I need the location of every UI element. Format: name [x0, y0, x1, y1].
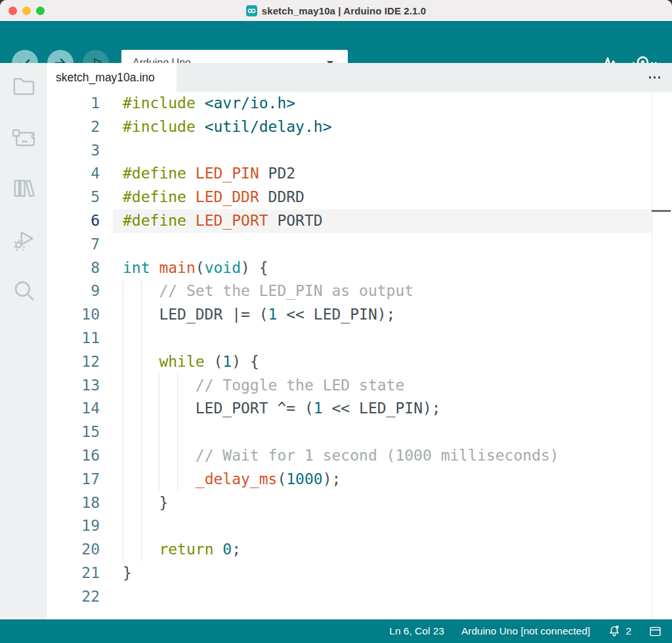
code-token: ; — [232, 541, 241, 558]
code-token: LED_PIN — [196, 165, 259, 182]
sidebar-item-search[interactable] — [10, 277, 37, 304]
code-text[interactable]: // Toggle the LED state — [113, 374, 652, 398]
sidebar-item-library-manager[interactable] — [10, 175, 37, 202]
search-icon — [10, 278, 37, 304]
code-token: << LED_PIN); — [323, 400, 441, 417]
code-text[interactable]: #define LED_PORT PORTD — [113, 209, 652, 233]
close-button[interactable] — [9, 7, 17, 15]
code-line[interactable]: 13 // Toggle the LED state — [47, 374, 672, 398]
code-text[interactable]: #define LED_PIN PD2 — [113, 162, 652, 186]
tab-sketch-may10a[interactable]: sketch_may10a.ino — [47, 63, 177, 92]
code-text[interactable]: int main(void) { — [113, 257, 652, 280]
indent-guide — [141, 444, 142, 468]
code-text[interactable] — [113, 421, 652, 444]
code-line[interactable]: 9 // Set the LED_PIN as output — [47, 280, 672, 303]
code-line[interactable]: 8int main(void) { — [47, 257, 672, 280]
indent-guide — [159, 421, 159, 444]
code-line[interactable]: 17 _delay_ms(1000); — [47, 468, 672, 491]
code-text[interactable]: while (1) { — [113, 350, 652, 374]
code-token: } — [123, 494, 168, 511]
editor-lines: 1#include <avr/io.h>2#include <util/dela… — [47, 92, 672, 609]
code-line[interactable]: 14 LED_PORT ^= (1 << LED_PIN); — [47, 397, 672, 421]
code-line[interactable]: 21} — [47, 562, 672, 585]
code-line[interactable]: 22 — [47, 585, 672, 609]
indent-guide — [141, 327, 142, 350]
cursor-position-status[interactable]: Ln 6, Col 23 — [389, 625, 444, 637]
sidebar-item-debug[interactable] — [10, 226, 37, 253]
code-token: #define — [123, 212, 186, 229]
code-text[interactable] — [113, 327, 652, 350]
code-token: void — [205, 259, 241, 276]
zoom-button[interactable] — [36, 7, 45, 15]
indent-guide — [177, 397, 178, 421]
notifications-button[interactable]: 2 — [607, 624, 631, 638]
code-line[interactable]: 10 LED_DDR |= (1 << LED_PIN); — [47, 303, 672, 327]
bell-icon — [607, 624, 621, 638]
code-text[interactable] — [113, 233, 652, 257]
code-text[interactable]: } — [113, 562, 652, 585]
code-text[interactable] — [113, 585, 652, 609]
minimize-button[interactable] — [22, 7, 31, 15]
code-line[interactable]: 3 — [47, 139, 672, 163]
code-token: _delay_ms — [196, 470, 278, 487]
sidebar-item-sketchbook[interactable] — [10, 72, 37, 100]
code-text[interactable]: return 0; — [113, 538, 652, 562]
circuit-board-icon — [10, 124, 37, 150]
code-line[interactable]: 19 — [47, 514, 672, 538]
code-text[interactable]: LED_DDR |= (1 << LED_PIN); — [113, 303, 652, 327]
code-token: PORTD — [268, 212, 323, 229]
code-line[interactable]: 5#define LED_DDR DDRD — [47, 186, 672, 209]
code-text[interactable]: #define LED_DDR DDRD — [113, 186, 652, 209]
panel-toggle-button[interactable] — [648, 625, 662, 638]
indent-guide — [123, 538, 123, 562]
line-number: 15 — [47, 421, 100, 444]
code-text[interactable]: // Wait for 1 second (1000 milliseconds) — [113, 444, 652, 468]
code-line[interactable]: 6#define LED_PORT PORTD — [47, 209, 672, 233]
code-text[interactable]: // Set the LED_PIN as output — [113, 280, 652, 303]
code-line[interactable]: 12 while (1) { — [47, 350, 672, 374]
code-text[interactable]: #include <avr/io.h> — [113, 92, 652, 115]
line-number: 11 — [47, 327, 100, 350]
code-line[interactable]: 7 — [47, 233, 672, 257]
code-token: int — [123, 259, 150, 276]
code-text[interactable]: LED_PORT ^= (1 << LED_PIN); — [113, 397, 652, 421]
indent-guide — [141, 514, 142, 538]
indent-guide — [141, 468, 142, 491]
code-line[interactable]: 18 } — [47, 491, 672, 515]
indent-guide — [123, 491, 123, 515]
indent-guide — [177, 374, 178, 398]
code-token: ( — [277, 470, 286, 487]
line-number: 3 — [47, 139, 100, 163]
code-token: ) { — [232, 353, 259, 370]
debug-bug-icon — [10, 226, 37, 253]
line-number: 8 — [47, 257, 100, 280]
code-line[interactable]: 20 return 0; — [47, 538, 672, 562]
sidebar-item-boards-manager[interactable] — [10, 123, 37, 151]
code-line[interactable]: 1#include <avr/io.h> — [47, 92, 672, 115]
board-status[interactable]: Arduino Uno [not connected] — [461, 625, 590, 637]
code-token: #define — [123, 188, 186, 205]
code-text[interactable]: #include <util/delay.h> — [113, 115, 652, 139]
code-line[interactable]: 4#define LED_PIN PD2 — [47, 162, 672, 186]
code-text[interactable] — [113, 514, 652, 538]
code-line[interactable]: 15 — [47, 421, 672, 444]
indent-guide — [159, 468, 159, 491]
code-line[interactable]: 16 // Wait for 1 second (1000 millisecon… — [47, 444, 672, 468]
editor[interactable]: 1#include <avr/io.h>2#include <util/dela… — [47, 92, 672, 619]
line-number: 12 — [47, 350, 100, 374]
scrollbar-ruler[interactable] — [652, 92, 652, 619]
code-line[interactable]: 2#include <util/delay.h> — [47, 115, 672, 139]
line-number: 7 — [47, 233, 100, 257]
line-number: 1 — [47, 92, 100, 115]
code-token: 0 — [222, 541, 232, 558]
books-icon — [10, 175, 37, 201]
code-text[interactable]: } — [113, 491, 652, 515]
code-text[interactable] — [113, 139, 652, 163]
arduino-logo-icon — [246, 5, 257, 16]
line-number: 21 — [47, 562, 100, 585]
indent-guide — [177, 468, 178, 491]
tab-more-actions-button[interactable] — [645, 63, 665, 92]
code-line[interactable]: 11 — [47, 327, 672, 350]
indent-guide — [177, 444, 178, 468]
code-text[interactable]: _delay_ms(1000); — [113, 468, 652, 491]
